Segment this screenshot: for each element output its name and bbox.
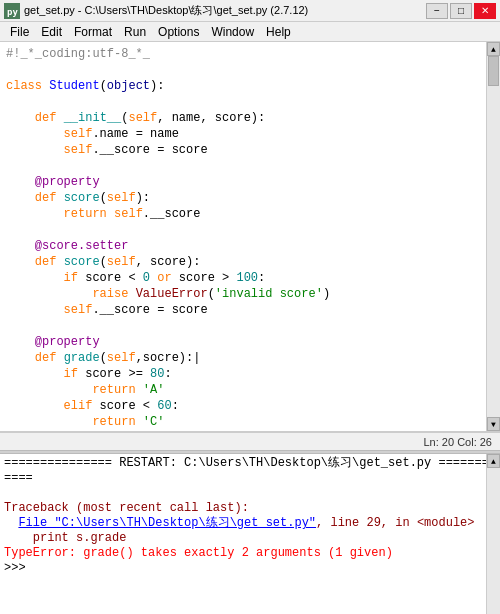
editor-position: Ln: 20 Col: 26 (424, 436, 493, 448)
close-button[interactable]: ✕ (474, 3, 496, 19)
shell-panel[interactable]: =============== RESTART: C:\Users\TH\Des… (0, 454, 500, 614)
menu-options[interactable]: Options (152, 24, 205, 40)
code-editor[interactable]: #!_*_coding:utf-8_*_ class Student(objec… (0, 42, 500, 432)
svg-text:py: py (7, 7, 18, 17)
window-controls: − □ ✕ (426, 3, 496, 19)
menu-format[interactable]: Format (68, 24, 118, 40)
title-bar: py get_set.py - C:\Users\TH\Desktop\练习\g… (0, 0, 500, 22)
scrollbar-up-btn[interactable]: ▲ (487, 42, 500, 56)
maximize-button[interactable]: □ (450, 3, 472, 19)
menu-file[interactable]: File (4, 24, 35, 40)
shell-content: =============== RESTART: C:\Users\TH\Des… (0, 454, 500, 578)
shell-scrollbar-track (487, 468, 500, 614)
scrollbar-thumb[interactable] (488, 56, 499, 86)
code-content: #!_*_coding:utf-8_*_ class Student(objec… (0, 42, 500, 431)
scrollbar-track[interactable] (487, 56, 500, 417)
minimize-button[interactable]: − (426, 3, 448, 19)
editor-scrollbar[interactable]: ▲ ▼ (486, 42, 500, 431)
window-title: get_set.py - C:\Users\TH\Desktop\练习\get_… (24, 3, 426, 18)
menu-run[interactable]: Run (118, 24, 152, 40)
menu-edit[interactable]: Edit (35, 24, 68, 40)
scrollbar-down-btn[interactable]: ▼ (487, 417, 500, 431)
app-icon: py (4, 3, 20, 19)
menu-window[interactable]: Window (205, 24, 260, 40)
editor-status-bar: Ln: 20 Col: 26 (0, 432, 500, 450)
menu-help[interactable]: Help (260, 24, 297, 40)
menu-bar: File Edit Format Run Options Window Help (0, 22, 500, 42)
shell-scrollbar[interactable]: ▲ ▼ (486, 454, 500, 614)
shell-scrollbar-up-btn[interactable]: ▲ (487, 454, 500, 468)
